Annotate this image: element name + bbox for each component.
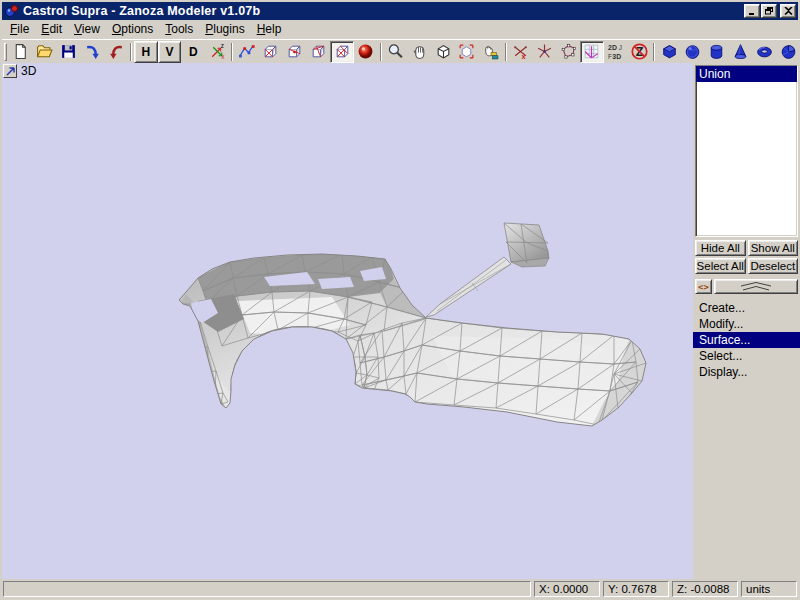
zoom-icon[interactable] (384, 41, 408, 63)
viewport-label: 3D (21, 64, 36, 78)
toolbar-view-d-button[interactable]: D (181, 41, 205, 63)
show-all-button[interactable]: Show All (748, 240, 799, 256)
svg-text:2D: 2D (608, 44, 617, 51)
panel-menu-surface[interactable]: Surface... (693, 332, 800, 348)
toolbar: HVDzxx2DJF3DZ (2, 39, 800, 63)
panel-collapse-button[interactable] (714, 279, 798, 294)
toolbar-view-v-button[interactable]: V (158, 41, 182, 63)
import-arrow-icon[interactable] (80, 41, 104, 63)
save-icon[interactable] (57, 41, 81, 63)
prim-cube-icon[interactable] (657, 41, 681, 63)
prim-cone-icon[interactable] (729, 41, 753, 63)
material-hand-icon[interactable] (479, 41, 503, 63)
toggle-2d3d-icon[interactable]: 2DJF3D (604, 41, 628, 63)
viewport-maximize-button[interactable] (3, 64, 17, 78)
axes-icon[interactable]: zx (205, 41, 229, 63)
select-cube-icon[interactable] (455, 41, 479, 63)
menu-tools[interactable]: Tools (159, 20, 199, 39)
cube-mode-hidden-icon[interactable] (283, 41, 307, 63)
menu-bar: FileEditViewOptionsToolsPluginsHelp (2, 20, 798, 39)
lasso-tool-icon[interactable] (556, 41, 580, 63)
grid-axes-icon[interactable] (580, 41, 604, 63)
status-cell-3: Z: -0.0088 (672, 581, 738, 597)
hide-all-button[interactable]: Hide All (695, 240, 746, 256)
object-list-item[interactable]: Union (696, 66, 797, 82)
object-list[interactable]: Union (695, 65, 798, 237)
status-bar: X: 0.0000Y: 0.7678Z: -0.0088units (2, 579, 798, 598)
menu-help[interactable]: Help (251, 20, 288, 39)
cross-tool-icon[interactable]: x (509, 41, 533, 63)
viewport-3d[interactable]: 3D (2, 63, 693, 579)
menu-edit[interactable]: Edit (35, 20, 68, 39)
status-cell-1: X: 0.0000 (534, 581, 600, 597)
status-cell-2: Y: 0.7678 (603, 581, 669, 597)
select-all-button[interactable]: Select All (695, 258, 746, 274)
prim-sphere-icon[interactable] (681, 41, 705, 63)
restore-button[interactable] (761, 4, 777, 18)
prim-torus-icon[interactable] (752, 41, 776, 63)
close-button[interactable] (780, 4, 796, 18)
toolbar-separator (231, 43, 233, 61)
minimize-button[interactable] (744, 4, 760, 18)
menu-plugins[interactable]: Plugins (199, 20, 250, 39)
window-title: Castrol Supra - Zanoza Modeler v1.07b (23, 4, 743, 18)
menu-file[interactable]: File (4, 20, 35, 39)
panel-menu-select[interactable]: Select... (693, 348, 800, 364)
cube-mode-wire-icon[interactable] (259, 41, 283, 63)
app-window: Castrol Supra - Zanoza Modeler v1.07b Fi… (0, 0, 800, 600)
star-tool-icon[interactable] (532, 41, 556, 63)
panel-menu-create[interactable]: Create... (693, 300, 800, 316)
svg-text:x: x (221, 53, 225, 60)
app-icon (5, 4, 19, 18)
z-lock-icon[interactable]: Z (628, 41, 652, 63)
title-bar[interactable]: Castrol Supra - Zanoza Modeler v1.07b (2, 2, 798, 20)
cube-mode-current-icon[interactable] (330, 41, 354, 63)
panel-menu-display[interactable]: Display... (693, 364, 800, 380)
open-folder-icon[interactable] (33, 41, 57, 63)
view-cube-icon[interactable] (431, 41, 455, 63)
new-file-icon[interactable] (9, 41, 33, 63)
edit-vertices-icon[interactable] (235, 41, 259, 63)
svg-text:J: J (619, 44, 622, 51)
menu-options[interactable]: Options (106, 20, 159, 39)
cube-mode-solid-icon[interactable] (306, 41, 330, 63)
svg-text:3D: 3D (612, 53, 621, 60)
toolbar-separator (130, 43, 132, 61)
menu-view[interactable]: View (68, 20, 106, 39)
prim-geosphere-icon[interactable] (776, 41, 800, 63)
export-arrow-icon[interactable] (104, 41, 128, 63)
panel-menu-modify[interactable]: Modify... (693, 316, 800, 332)
toolbar-separator (653, 43, 655, 61)
toolbar-separator (380, 43, 382, 61)
collapse-chevrons-icon (739, 282, 773, 291)
panel-menu: Create...Modify...Surface...Select...Dis… (695, 300, 798, 380)
toolbar-grip[interactable] (4, 43, 7, 61)
car-mesh-model[interactable] (2, 63, 693, 579)
render-sphere-icon[interactable] (354, 41, 378, 63)
prim-cylinder-icon[interactable] (705, 41, 729, 63)
side-panel: Union Hide AllShow AllSelect AllDeselect… (693, 63, 800, 579)
toolbar-view-h-button[interactable]: H (134, 41, 158, 63)
status-cell-4: units (741, 581, 797, 597)
deselect-button[interactable]: Deselect (748, 258, 799, 274)
status-message (3, 581, 531, 597)
svg-text:z: z (220, 43, 223, 49)
panel-toggle-button[interactable]: <> (695, 279, 712, 294)
svg-text:x: x (522, 52, 527, 60)
pan-icon[interactable] (407, 41, 431, 63)
toolbar-separator (505, 43, 507, 61)
